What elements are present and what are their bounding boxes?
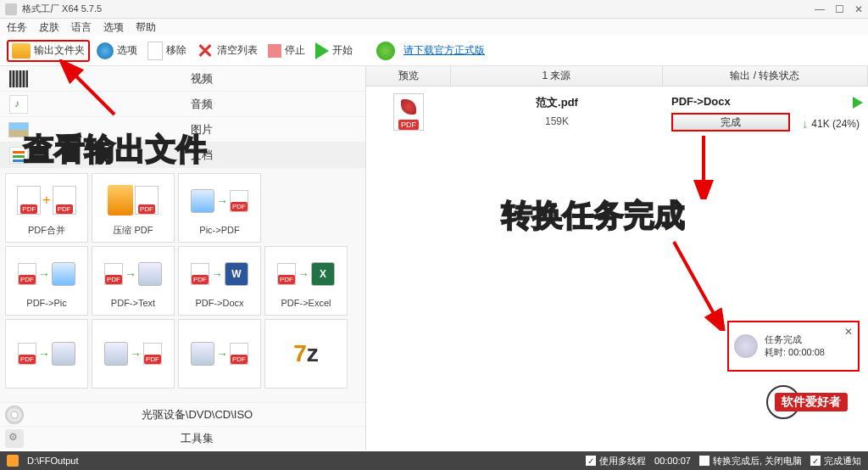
tool-pdf-to-pic-label: PDF->Pic: [26, 298, 66, 308]
tool-pic-to-pdf-label: Pic->PDF: [199, 225, 239, 235]
output-folder-button[interactable]: 输出文件夹: [7, 40, 90, 62]
shutdown-checkbox[interactable]: 转换完成后, 关闭电脑: [699, 455, 802, 467]
right-panel: 预览 1 来源 输出 / 转换状态 范文.pdf 159K PDF->Docx …: [366, 66, 868, 450]
task-row[interactable]: 范文.pdf 159K PDF->Docx 完成 ↓ 41K (24%): [366, 87, 868, 137]
earth-icon: [376, 42, 395, 60]
stop-button[interactable]: 停止: [264, 42, 309, 59]
notify-checkbox[interactable]: ✓完成通知: [810, 455, 861, 467]
statusbar: D:\FFOutput ✓使用多线程 00:00:07 转换完成后, 关闭电脑 …: [0, 451, 868, 470]
category-toolset-label: 工具集: [29, 431, 365, 446]
menubar: 任务 皮肤 语言 选项 帮助: [0, 19, 868, 36]
tool-pdf-to-docx[interactable]: →W PDF->Docx: [178, 246, 261, 316]
menu-task[interactable]: 任务: [7, 20, 27, 35]
category-dvd[interactable]: 光驱设备\DVD\CD\ISO: [0, 402, 365, 426]
elapsed-time: 00:00:07: [654, 456, 691, 466]
tool-pdf-to-docx-label: PDF->Docx: [195, 298, 243, 308]
x-icon: [197, 42, 214, 59]
play-icon: [315, 42, 329, 59]
tool-compress-pdf[interactable]: 压缩 PDF: [92, 173, 175, 243]
music-note-icon: [9, 95, 28, 114]
app-icon: [5, 3, 17, 15]
tool-pic-to-pdf[interactable]: → Pic->PDF: [178, 173, 261, 243]
stop-label: 停止: [285, 43, 305, 58]
task-filesize: 159K: [451, 115, 663, 127]
col-preview[interactable]: 预览: [366, 66, 451, 86]
status-folder-icon[interactable]: [7, 455, 19, 467]
menu-skin[interactable]: 皮肤: [39, 20, 59, 35]
download-link[interactable]: 请下载官方正式版: [403, 43, 485, 58]
output-folder-label: 输出文件夹: [34, 43, 85, 58]
category-audio[interactable]: 音频: [0, 92, 365, 117]
multithread-checkbox[interactable]: ✓使用多线程: [586, 455, 646, 467]
col-status[interactable]: 输出 / 转换状态: [663, 66, 868, 86]
left-panel: 视频 音频 图片 文档 + PDF合并 压缩 PDF: [0, 66, 366, 450]
options-label: 选项: [117, 43, 137, 58]
task-output-size: ↓ 41K (24%): [802, 117, 860, 131]
window-title: 格式工厂 X64 5.7.5: [22, 3, 815, 15]
clear-list-label: 清空列表: [217, 43, 258, 58]
play-small-icon[interactable]: [853, 97, 863, 109]
task-conversion: PDF->Docx: [671, 95, 860, 108]
tool-compress-pdf-label: 压缩 PDF: [113, 224, 153, 237]
category-document-label: 文档: [37, 148, 365, 163]
tool-pdf-to-pic[interactable]: → PDF->Pic: [5, 246, 88, 316]
tool-pdf-merge[interactable]: + PDF合并: [5, 173, 88, 243]
category-image-label: 图片: [37, 122, 365, 137]
gear-icon: [5, 429, 24, 448]
folder-icon: [12, 43, 31, 59]
cd-icon: [5, 406, 24, 424]
menu-lang[interactable]: 语言: [71, 20, 92, 35]
category-toolset[interactable]: 工具集: [0, 426, 365, 450]
task-done-button[interactable]: 完成: [671, 113, 790, 131]
tool-pdf-to-text-label: PDF->Text: [111, 298, 155, 308]
menu-option[interactable]: 选项: [103, 20, 124, 35]
tool-7z[interactable]: 7z: [264, 319, 348, 389]
titlebar: 格式工厂 X64 5.7.5 — ☐ ✕: [0, 0, 868, 19]
category-video[interactable]: 视频: [0, 66, 365, 92]
maximize-button[interactable]: ☐: [835, 3, 844, 15]
tool-pdf-to-excel-label: PDF->Excel: [281, 298, 331, 308]
close-button[interactable]: ✕: [854, 3, 863, 15]
task-filename: 范文.pdf: [451, 95, 663, 110]
tool-extra-3[interactable]: →: [178, 319, 261, 389]
tool-pdf-merge-label: PDF合并: [28, 224, 65, 237]
download-arrow-icon: ↓: [802, 117, 808, 131]
tool-pdf-to-text[interactable]: → PDF->Text: [92, 246, 175, 316]
notification-close-icon[interactable]: ✕: [844, 326, 853, 338]
tool-pdf-to-excel[interactable]: →X PDF->Excel: [264, 246, 348, 316]
menu-help[interactable]: 帮助: [136, 20, 156, 35]
tool-extra-2[interactable]: →: [92, 319, 175, 389]
tool-extra-1[interactable]: →: [5, 319, 88, 389]
globe-icon: [97, 42, 114, 59]
category-dvd-label: 光驱设备\DVD\CD\ISO: [29, 407, 365, 422]
watermark: 软件爱好者: [756, 385, 858, 419]
notification-title: 任务完成: [765, 333, 825, 346]
output-path: D:\FFOutput: [27, 456, 577, 466]
watermark-text: 软件爱好者: [775, 393, 848, 411]
picture-icon: [8, 122, 29, 137]
document-icon: [147, 42, 163, 60]
category-document[interactable]: 文档: [0, 143, 365, 168]
remove-button[interactable]: 移除: [144, 40, 190, 62]
notification-icon: [734, 334, 758, 358]
zip-icon: [108, 185, 133, 215]
notification-elapsed: 耗时: 00:00:08: [765, 346, 825, 359]
minimize-button[interactable]: —: [815, 3, 825, 15]
category-image[interactable]: 图片: [0, 117, 365, 143]
remove-label: 移除: [166, 43, 186, 58]
sevenz-icon: 7z: [293, 340, 319, 367]
clear-list-button[interactable]: 清空列表: [193, 41, 261, 61]
toolbar: 输出文件夹 选项 移除 清空列表 停止 开始 请下载官方正式版: [0, 36, 868, 66]
category-video-label: 视频: [37, 71, 365, 87]
stop-icon: [268, 44, 281, 58]
film-icon: [9, 70, 28, 87]
pdf-file-icon: [393, 93, 424, 131]
options-button[interactable]: 选项: [93, 41, 141, 61]
start-label: 开始: [332, 43, 353, 58]
document-stack-icon: [9, 147, 28, 164]
col-source[interactable]: 1 来源: [451, 66, 663, 86]
category-audio-label: 音频: [37, 97, 365, 112]
task-list-header: 预览 1 来源 输出 / 转换状态: [366, 66, 868, 87]
notification-popup: 任务完成 耗时: 00:00:08 ✕: [727, 321, 860, 372]
start-button[interactable]: 开始: [312, 41, 356, 61]
